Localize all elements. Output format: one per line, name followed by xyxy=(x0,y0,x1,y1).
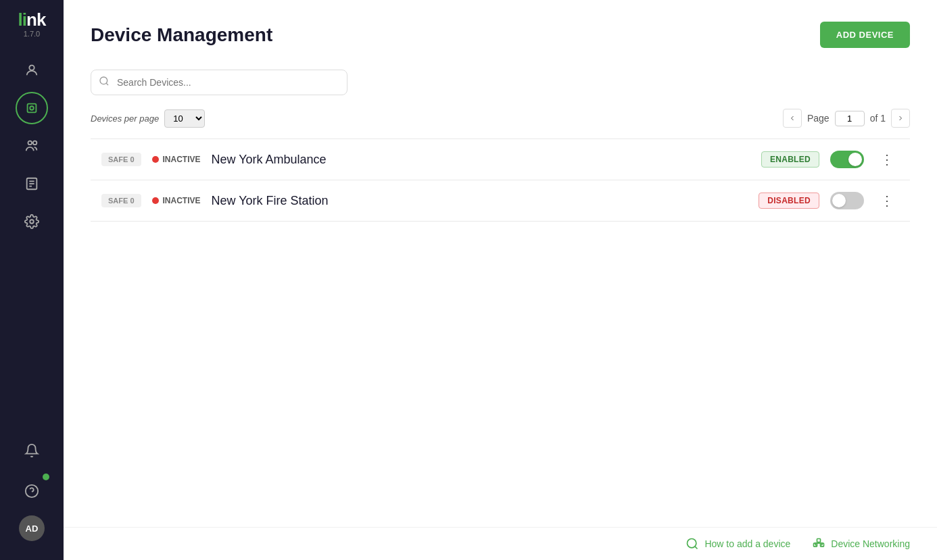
main-content: Device Management ADD DEVICE Devices per… xyxy=(64,0,937,560)
status-label: INACTIVE xyxy=(163,155,201,164)
safe-badge: SAFE 0 xyxy=(101,153,141,166)
svg-rect-18 xyxy=(817,539,821,542)
search-footer-icon xyxy=(686,537,699,551)
more-options-button[interactable]: ⋮ xyxy=(875,190,899,211)
page-label: Page xyxy=(807,113,830,124)
networking-link-label: Device Networking xyxy=(831,538,910,549)
status-badge: INACTIVE xyxy=(152,155,201,164)
how-to-add-link[interactable]: How to add a device xyxy=(686,537,790,551)
pagination-control: Page of 1 xyxy=(783,109,910,128)
sidebar-item-profile[interactable] xyxy=(16,54,48,86)
safe-badge: SAFE 0 xyxy=(101,194,141,207)
sidebar: link 1.7.0 xyxy=(0,0,64,560)
controls-row: Devices per page 10 25 50 100 Page of 1 xyxy=(91,109,910,128)
status-badge: INACTIVE xyxy=(152,196,201,205)
enabled-badge: DISABLED xyxy=(759,193,819,209)
app-logo: link 1.7.0 xyxy=(18,11,46,38)
svg-point-12 xyxy=(100,77,107,84)
sidebar-item-users[interactable] xyxy=(16,130,48,162)
logo-text: link xyxy=(18,11,46,28)
svg-point-4 xyxy=(33,141,37,145)
per-page-label: Devices per page xyxy=(91,113,159,124)
search-wrapper xyxy=(91,70,347,95)
how-to-link-label: How to add a device xyxy=(704,538,790,549)
page-header: Device Management ADD DEVICE xyxy=(91,22,910,48)
per-page-select[interactable]: 10 25 50 100 xyxy=(164,109,205,128)
sidebar-bottom: AD xyxy=(16,434,48,549)
networking-icon xyxy=(812,537,825,551)
status-dot-inactive xyxy=(152,197,159,204)
per-page-control: Devices per page 10 25 50 100 xyxy=(91,109,205,128)
search-icon xyxy=(99,76,110,89)
device-networking-link[interactable]: Device Networking xyxy=(812,537,910,551)
table-row: SAFE 0 INACTIVE New York Ambulance ENABL… xyxy=(91,138,910,180)
device-name: New York Fire Station xyxy=(212,194,748,208)
device-toggle[interactable] xyxy=(830,192,864,209)
svg-line-13 xyxy=(106,83,108,85)
status-label: INACTIVE xyxy=(163,196,201,205)
content-area: Device Management ADD DEVICE Devices per… xyxy=(64,0,937,527)
table-row: SAFE 0 INACTIVE New York Fire Station DI… xyxy=(91,180,910,222)
sidebar-item-reports[interactable] xyxy=(16,168,48,200)
device-toggle[interactable] xyxy=(830,151,864,168)
sidebar-item-help[interactable] xyxy=(16,475,48,507)
svg-line-15 xyxy=(695,546,698,549)
prev-page-button[interactable] xyxy=(783,109,802,128)
more-options-button[interactable]: ⋮ xyxy=(875,149,899,170)
device-list: SAFE 0 INACTIVE New York Ambulance ENABL… xyxy=(91,138,910,516)
svg-rect-1 xyxy=(28,104,37,113)
app-version: 1.7.0 xyxy=(24,30,40,38)
page-title: Device Management xyxy=(91,24,272,46)
svg-point-3 xyxy=(28,141,32,145)
add-device-button[interactable]: ADD DEVICE xyxy=(820,22,910,48)
sidebar-item-device[interactable] xyxy=(16,92,48,124)
device-name: New York Ambulance xyxy=(212,153,750,167)
svg-point-0 xyxy=(29,66,34,70)
footer: How to add a device Device Networking xyxy=(64,527,937,560)
online-indicator xyxy=(43,474,49,480)
sidebar-item-settings[interactable] xyxy=(16,205,48,238)
svg-point-14 xyxy=(688,539,696,548)
of-label: of 1 xyxy=(870,113,886,124)
sidebar-nav xyxy=(16,54,48,434)
user-avatar[interactable]: AD xyxy=(19,515,45,541)
page-input[interactable] xyxy=(835,111,865,126)
status-dot-inactive xyxy=(152,156,159,163)
enabled-badge: ENABLED xyxy=(761,151,819,168)
search-input[interactable] xyxy=(91,70,347,95)
next-page-button[interactable] xyxy=(891,109,910,128)
sidebar-item-notifications[interactable] xyxy=(16,434,48,467)
svg-point-2 xyxy=(30,106,34,110)
svg-point-9 xyxy=(30,220,34,224)
